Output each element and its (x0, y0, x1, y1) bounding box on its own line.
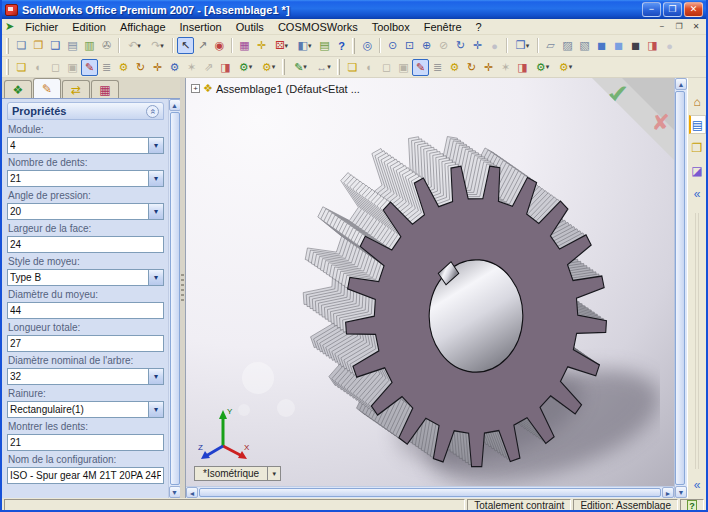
move-with-triad-button[interactable]: ✛ (253, 37, 270, 54)
field-input[interactable] (8, 468, 163, 483)
field-input[interactable] (8, 138, 148, 153)
component-properties-button[interactable]: ▣ (64, 59, 81, 76)
shaded-with-edges-button[interactable]: ◼ (593, 37, 610, 54)
zoom-area-button[interactable]: ⊡ (401, 37, 418, 54)
scroll-down-icon[interactable]: ▼ (675, 486, 687, 498)
combo-arrow-icon[interactable]: ▾ (148, 369, 163, 384)
propertymanager-tab[interactable]: ✎ (33, 78, 61, 98)
select-other-button[interactable]: ↗ (194, 37, 211, 54)
menu-item[interactable]: Toolbox (365, 20, 417, 34)
panel-scrollbar[interactable]: ▲ ▼ (168, 99, 180, 498)
print-button[interactable]: ✇ (98, 37, 115, 54)
interference-detection-button[interactable]: ◨ (514, 59, 531, 76)
insert-component-button[interactable]: ❏ (344, 59, 361, 76)
configurationmanager-tab[interactable]: ⇄ (62, 80, 90, 98)
zoom-in-out-button[interactable]: ⊕ (418, 37, 435, 54)
taskpane-bottom-collapse-icon[interactable]: « (689, 475, 706, 494)
viewport-hscrollbar[interactable]: ◄ ► (186, 486, 674, 498)
zoom-to-selection-button[interactable]: ◎ (359, 37, 376, 54)
restore-button[interactable]: ❐ (663, 2, 682, 17)
save-button[interactable]: ❑ (47, 37, 64, 54)
graphics-viewport[interactable]: + ❖ Assemblage1 (Défaut<Etat ... ✔ ✘ Y X… (185, 78, 674, 498)
file-explorer-icon[interactable]: ❐ (689, 138, 706, 157)
assembly-feature-button[interactable]: ⚙ (166, 59, 183, 76)
edit-component-button[interactable]: ✎ (412, 59, 429, 76)
dimension-dropdown[interactable]: ↔ (312, 59, 335, 76)
section-view-button[interactable]: ◨ (644, 37, 661, 54)
field-input[interactable] (8, 204, 148, 219)
menu-item[interactable]: Fenêtre (417, 20, 469, 34)
undo-button[interactable]: ↶ (123, 37, 146, 54)
home-icon[interactable]: ⌂ (689, 92, 706, 111)
field-input[interactable] (8, 270, 148, 285)
field-input[interactable] (8, 369, 148, 384)
pan-button[interactable]: ✛ (469, 37, 486, 54)
third-party-tab[interactable]: ▦ (91, 80, 119, 98)
vscroll-thumb[interactable] (675, 91, 685, 485)
change-transparency-button[interactable]: ◻ (47, 59, 64, 76)
make-drawing-button[interactable]: ▤ (64, 37, 81, 54)
interference-detection-button[interactable]: ◨ (217, 59, 234, 76)
taskpane-resize-handle[interactable] (695, 213, 699, 469)
palette-icon[interactable]: ◪ (689, 161, 706, 180)
zoom-selection-button[interactable]: ⊘ (435, 37, 452, 54)
splitter-handle[interactable] (181, 274, 184, 302)
assembly-tools-dropdown[interactable]: ⚙ (531, 59, 554, 76)
design-library-icon[interactable]: ▤ (689, 115, 706, 134)
menu-item[interactable]: COSMOSWorks (271, 20, 365, 34)
change-transparency-button[interactable]: ◻ (378, 59, 395, 76)
menu-item[interactable]: Outils (229, 20, 271, 34)
rotate-component-button[interactable]: ↻ (463, 59, 480, 76)
field-input[interactable] (8, 402, 148, 417)
select-button[interactable]: ↖ (177, 37, 194, 54)
exploded-view-button[interactable]: ✶ (497, 59, 514, 76)
assembly-tools-dropdown[interactable]: ⚙ (234, 59, 257, 76)
scroll-down-icon[interactable]: ▼ (169, 486, 181, 498)
menu-item[interactable]: Fichier (18, 20, 65, 34)
view-orientation-button[interactable]: *Isométrique (194, 466, 268, 481)
window-layout-button[interactable]: ◧ (293, 37, 316, 54)
explode-line-sketch-button[interactable]: ⇗ (200, 59, 217, 76)
combo-arrow-icon[interactable]: ▾ (148, 270, 163, 285)
new-document-button[interactable]: ❏ (13, 37, 30, 54)
mate-button[interactable]: ≣ (98, 59, 115, 76)
panel-scroll-thumb[interactable] (170, 112, 180, 485)
menu-item[interactable]: ? (469, 20, 489, 34)
animation-button[interactable]: ⚄ (270, 37, 293, 54)
selection-filter-button[interactable]: ◉ (211, 37, 228, 54)
hide-component-button[interactable]: ◐ (361, 59, 378, 76)
expand-icon[interactable]: + (191, 84, 200, 93)
task-list-button[interactable]: ▤ (316, 37, 333, 54)
move-component-button[interactable]: ✛ (149, 59, 166, 76)
redo-button[interactable]: ↷ (146, 37, 169, 54)
combo-arrow-icon[interactable]: ▾ (148, 138, 163, 153)
toolbox-dropdown[interactable]: ⚙ (257, 59, 280, 76)
quick-tips-icon[interactable]: ? (687, 500, 697, 511)
hscroll-thumb[interactable] (199, 488, 661, 497)
gear-model[interactable] (186, 78, 660, 486)
field-input[interactable] (8, 237, 163, 252)
shaded-button[interactable]: ◼ (610, 37, 627, 54)
confirm-cancel-icon[interactable]: ✘ (652, 110, 670, 136)
sketch-dropdown[interactable]: ✎ (289, 59, 312, 76)
hide-component-button[interactable]: ◐ (30, 59, 47, 76)
make-assembly-button[interactable]: ▥ (81, 37, 98, 54)
taskpane-collapse-icon[interactable]: « (689, 184, 706, 203)
standard-views-button[interactable]: ❒ (511, 37, 534, 54)
exploded-view-button[interactable]: ✶ (183, 59, 200, 76)
scroll-up-icon[interactable]: ▲ (675, 78, 687, 90)
tree-label[interactable]: Assemblage1 (Défaut<Etat ... (216, 83, 360, 95)
zoom-fit-button[interactable]: ⊙ (384, 37, 401, 54)
open-document-button[interactable]: ❐ (30, 37, 47, 54)
viewport-vscrollbar[interactable]: ▲ ▼ (674, 78, 687, 498)
combo-arrow-icon[interactable]: ▾ (148, 171, 163, 186)
edit-component-button[interactable]: ✎ (81, 59, 98, 76)
combo-arrow-icon[interactable]: ▾ (148, 402, 163, 417)
smart-fasteners-button[interactable]: ⚙ (446, 59, 463, 76)
close-button[interactable]: ✕ (684, 2, 703, 17)
edit-appearance-button[interactable]: ▦ (236, 37, 253, 54)
mate-button[interactable]: ≣ (429, 59, 446, 76)
menu-item[interactable]: Edition (65, 20, 113, 34)
insert-component-button[interactable]: ❏ (13, 59, 30, 76)
field-input[interactable] (8, 336, 163, 351)
